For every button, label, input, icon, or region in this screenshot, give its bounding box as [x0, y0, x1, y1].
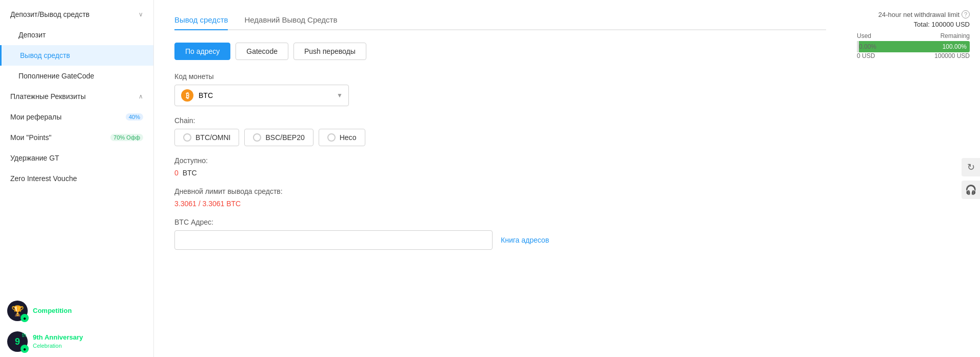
coin-select[interactable]: ₿ BTC ▼ — [174, 85, 349, 106]
chain-selector-group: Chain: BTC/OMNI BSC/BEP20 Несо — [174, 116, 826, 146]
coin-label: Код монеты — [174, 72, 826, 81]
address-label: BTC Адрес: — [174, 218, 826, 226]
btn-gatecode[interactable]: Gatecode — [236, 43, 288, 60]
anniversary-icon: 9 th ● — [7, 331, 28, 352]
daily-limit-label: Дневной лимит вывода средств: — [174, 187, 826, 195]
radio-circle-btcomni — [183, 133, 191, 142]
chevron-down-icon: ∨ — [139, 11, 143, 18]
right-panel: 24-hour net withdrawal limit ? Total: 10… — [847, 0, 980, 357]
referrals-badge: 40% — [126, 113, 143, 121]
sidebar-item-gt-hold[interactable]: Удержание GT — [0, 148, 153, 168]
chevron-up-icon: ∧ — [139, 93, 143, 100]
available-value: 0 BTC — [174, 169, 826, 177]
address-row: Книга адресов — [174, 230, 826, 250]
sidebar-item-gatecode-fill[interactable]: Пополнение GateCode — [0, 66, 153, 86]
daily-limit-value: 3.3061 / 3.3061 BTC — [174, 200, 826, 208]
address-group: BTC Адрес: Книга адресов — [174, 218, 826, 250]
select-arrow-icon: ▼ — [337, 92, 343, 99]
limit-title: 24-hour net withdrawal limit ? — [878, 10, 970, 18]
sidebar-item-payment-details[interactable]: Платежные Реквизиты ∧ — [0, 86, 153, 107]
coin-selector-group: Код монеты ₿ BTC ▼ — [174, 72, 826, 106]
tab-bar: Вывод средств Недавний Вывод Средств — [174, 10, 826, 30]
sidebar-item-deposit-withdraw[interactable]: Депозит/Вывод средств ∨ — [0, 4, 153, 25]
chain-bscbep20[interactable]: BSC/BEP20 — [244, 129, 313, 146]
method-button-group: По адресу Gatecode Push переводы — [174, 43, 826, 60]
main-content: Вывод средств Недавний Вывод Средств По … — [154, 0, 847, 357]
radio-circle-other — [327, 133, 336, 142]
daily-limit-group: Дневной лимит вывода средств: 3.3061 / 3… — [174, 187, 826, 208]
progress-bar: 0.00% 100.00% — [857, 41, 970, 52]
address-input[interactable] — [174, 230, 493, 250]
chain-btcomni[interactable]: BTC/OMNI — [174, 129, 239, 146]
headset-icon[interactable]: 🎧 — [962, 181, 980, 199]
info-icon[interactable]: ? — [962, 10, 970, 18]
sidebar-item-points[interactable]: Мои "Points" 70% Офф — [0, 127, 153, 148]
refresh-icon[interactable]: ↻ — [962, 158, 980, 176]
chain-label: Chain: — [174, 116, 826, 125]
competition-icon: 🏆 ● — [7, 301, 28, 321]
limit-total: Total: 100000 USD — [914, 21, 970, 28]
tab-withdraw[interactable]: Вывод средств — [174, 10, 228, 30]
promo-competition[interactable]: 🏆 ● Competition — [0, 295, 153, 326]
address-book-link[interactable]: Книга адресов — [501, 236, 549, 244]
tab-recent[interactable]: Недавний Вывод Средств — [244, 10, 337, 30]
coin-select-display[interactable]: ₿ BTC — [174, 85, 349, 106]
radio-circle-bscbep20 — [253, 133, 261, 142]
progress-remaining: 100.00% — [859, 43, 970, 50]
sidebar-item-withdraw[interactable]: Вывод средств — [0, 45, 153, 66]
competition-text: Competition — [33, 307, 72, 315]
btn-by-address[interactable]: По адресу — [174, 43, 230, 60]
progress-bar-container: Used Remaining 0.00% 100.00% 0 USD 10000… — [857, 32, 970, 60]
floating-icons: ↻ 🎧 — [962, 158, 980, 199]
available-group: Доступно: 0 BTC — [174, 156, 826, 177]
btn-push[interactable]: Push переводы — [293, 43, 366, 60]
promo-anniversary[interactable]: 9 th ● 9th Anniversary Celebration — [0, 326, 153, 357]
sidebar-item-zero-interest[interactable]: Zero Interest Vouche — [0, 168, 153, 189]
sidebar-item-deposit[interactable]: Депозит — [0, 25, 153, 45]
progress-labels: Used Remaining — [857, 32, 970, 39]
anniversary-text: 9th Anniversary Celebration — [33, 333, 83, 349]
chain-radio-group: BTC/OMNI BSC/BEP20 Несо — [174, 129, 826, 146]
chain-other[interactable]: Несо — [319, 129, 365, 146]
btc-icon: ₿ — [181, 89, 193, 102]
points-badge: 70% Офф — [110, 134, 143, 141]
progress-values: 0 USD 100000 USD — [857, 52, 970, 60]
available-label: Доступно: — [174, 156, 826, 165]
sidebar-item-referrals[interactable]: Мои рефералы 40% — [0, 107, 153, 127]
sidebar: Депозит/Вывод средств ∨ Депозит Вывод ср… — [0, 0, 154, 357]
sidebar-bottom-promos: 🏆 ● Competition 9 th ● 9th Anniversary C… — [0, 295, 153, 357]
